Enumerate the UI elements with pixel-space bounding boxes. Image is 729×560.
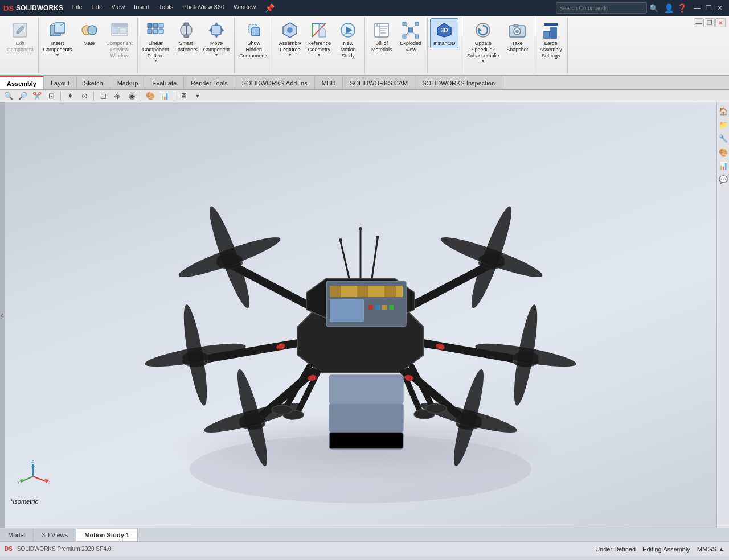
reference-geometry-dropdown[interactable]: ▼ xyxy=(317,53,321,57)
assembly-features-button[interactable]: AssemblyFeatures ▼ xyxy=(276,18,304,59)
group-edit-component-buttons: EditComponent xyxy=(5,18,36,72)
close-button[interactable]: ✕ xyxy=(714,3,726,13)
tab-solidworks-add-ins[interactable]: SOLIDWORKS Add-Ins xyxy=(235,76,315,89)
mate-button[interactable]: Mate xyxy=(75,18,104,48)
tab-assembly[interactable]: Assembly xyxy=(0,76,44,89)
menu-tools[interactable]: Tools xyxy=(154,1,178,15)
linear-component-pattern-label: LinearComponentPattern xyxy=(142,40,169,59)
cmd-select-icon[interactable]: ✂️ xyxy=(31,90,43,102)
menu-pin[interactable]: 📌 xyxy=(260,1,279,15)
component-preview-window-button[interactable]: ComponentPreviewWindow xyxy=(104,18,136,60)
cmd-search2-icon[interactable]: 🔎 xyxy=(17,90,29,102)
bottom-tab-motion-study-1[interactable]: Motion Study 1 xyxy=(76,529,138,541)
move-component-button[interactable]: MoveComponent ▼ xyxy=(201,18,232,59)
menu-edit[interactable]: Edit xyxy=(87,1,107,15)
rs-folder-icon[interactable]: 📁 xyxy=(718,119,729,130)
cmd-diamond-icon[interactable]: ◈ xyxy=(111,90,124,102)
bottom-tab-3d-views[interactable]: 3D Views xyxy=(34,529,76,541)
tab-layout[interactable]: Layout xyxy=(44,76,77,89)
insert-components-dropdown[interactable]: ▼ xyxy=(56,53,60,57)
new-motion-study-button[interactable]: NewMotionStudy xyxy=(334,18,362,60)
search-input[interactable] xyxy=(556,2,647,14)
cmd-view-icon[interactable]: ◉ xyxy=(125,90,138,102)
cmd-search-icon[interactable]: 🔍 xyxy=(2,90,15,102)
smart-fasteners-icon xyxy=(177,21,195,39)
svg-line-108 xyxy=(341,241,349,278)
ribbon-spacer xyxy=(568,17,693,73)
cmd-drop-icon[interactable]: ▼ xyxy=(191,90,204,102)
solidworks-logo: DS xyxy=(3,4,14,13)
take-snapshot-button[interactable]: TakeSnapshot xyxy=(503,18,531,55)
status-bar: DS SOLIDWORKS Premium 2020 SP4.0 Under D… xyxy=(0,541,729,556)
cmd-box-icon[interactable]: ⊡ xyxy=(45,90,58,102)
menu-window[interactable]: Window xyxy=(229,1,260,15)
rs-appearance-icon[interactable]: 🎨 xyxy=(718,146,729,158)
reference-geometry-button[interactable]: ReferenceGeometry ▼ xyxy=(305,18,333,59)
bottom-tab-model[interactable]: Model xyxy=(0,529,34,541)
tab-evaluate[interactable]: Evaluate xyxy=(145,76,184,89)
update-speedpak-button[interactable]: UpdateSpeedPakSubassemblies xyxy=(464,18,502,67)
tab-mbd[interactable]: MBD xyxy=(315,76,343,89)
search-icon[interactable]: 🔍 xyxy=(649,4,658,13)
insert-components-button[interactable]: InsertComponents ▼ xyxy=(41,18,75,59)
rs-home-icon[interactable]: 🏠 xyxy=(718,105,729,117)
linear-component-pattern-dropdown[interactable]: ▼ xyxy=(154,59,158,63)
instant3d-button[interactable]: 3D Instant3D xyxy=(430,18,458,48)
svg-rect-17 xyxy=(184,35,189,38)
svg-rect-102 xyxy=(330,299,364,322)
viewport[interactable]: X Y Z *Isometric xyxy=(5,102,716,528)
exploded-view-icon xyxy=(402,21,420,39)
user-icon[interactable]: 👤 xyxy=(664,3,674,13)
ribbon-close-button[interactable]: ✕ xyxy=(715,18,726,27)
tab-markup-label: Markup xyxy=(117,80,138,87)
status-under-defined: Under Defined xyxy=(595,546,636,553)
svg-marker-134 xyxy=(31,464,35,467)
edit-component-button[interactable]: EditComponent xyxy=(5,18,36,55)
help-icon[interactable]: ❓ xyxy=(677,3,687,13)
tab-bar: Assembly Layout Sketch Markup Evaluate R… xyxy=(0,76,729,90)
cmd-square-icon[interactable]: ◻ xyxy=(97,90,109,102)
tab-render-tools[interactable]: Render Tools xyxy=(184,76,235,89)
cmd-chart-icon[interactable]: 📊 xyxy=(158,90,171,102)
smart-fasteners-button[interactable]: SmartFasteners xyxy=(172,18,200,55)
svg-rect-38 xyxy=(380,28,387,29)
menu-view[interactable]: View xyxy=(107,1,129,15)
svg-point-121 xyxy=(426,404,447,413)
ribbon-minimize-button[interactable]: — xyxy=(694,18,704,27)
svg-point-119 xyxy=(272,405,292,414)
large-assembly-settings-button[interactable]: LargeAssemblySettings xyxy=(536,18,565,60)
minimize-button[interactable]: — xyxy=(691,3,703,13)
cmd-display-icon[interactable]: 🖥 xyxy=(177,90,190,102)
cmd-circle-icon[interactable]: ⊙ xyxy=(78,90,91,102)
cmd-color-icon[interactable]: 🎨 xyxy=(144,90,157,102)
bottom-tab-3d-views-label: 3D Views xyxy=(42,532,68,538)
tab-layout-label: Layout xyxy=(51,80,69,87)
rs-settings-icon[interactable]: 🔧 xyxy=(718,133,729,144)
rs-data-icon[interactable]: 📊 xyxy=(718,160,729,171)
svg-rect-42 xyxy=(403,22,406,26)
menu-file[interactable]: File xyxy=(68,1,87,15)
menu-photoview360[interactable]: PhotoView 360 xyxy=(178,1,229,15)
version-text: SOLIDWORKS Premium 2020 SP4.0 xyxy=(17,546,112,552)
restore-button[interactable]: ❐ xyxy=(703,3,714,13)
linear-component-pattern-button[interactable]: LinearComponentPattern ▼ xyxy=(140,18,171,65)
svg-rect-60 xyxy=(544,23,558,26)
bill-of-materials-button[interactable]: Bill ofMaterials xyxy=(367,18,396,55)
tab-solidworks-cam[interactable]: SOLIDWORKS CAM xyxy=(343,76,415,89)
exploded-view-button[interactable]: ExplodedView xyxy=(396,18,425,55)
left-panel-handle[interactable]: ⊲ xyxy=(0,102,5,528)
insert-components-icon xyxy=(48,21,67,39)
cmd-snap-icon[interactable]: ✦ xyxy=(64,90,76,102)
svg-rect-100 xyxy=(384,286,396,297)
tab-sketch[interactable]: Sketch xyxy=(77,76,110,89)
move-component-dropdown[interactable]: ▼ xyxy=(214,53,218,57)
show-hidden-components-button[interactable]: ShowHiddenComponents xyxy=(237,18,271,60)
tab-markup[interactable]: Markup xyxy=(110,76,146,89)
menu-insert[interactable]: Insert xyxy=(129,1,154,15)
svg-rect-11 xyxy=(159,23,163,28)
assembly-features-dropdown[interactable]: ▼ xyxy=(288,53,292,57)
ribbon-restore-button[interactable]: ❐ xyxy=(705,18,715,27)
rs-chat-icon[interactable]: 💬 xyxy=(718,174,729,185)
show-hidden-components-icon xyxy=(245,21,263,39)
tab-solidworks-inspection[interactable]: SOLIDWORKS Inspection xyxy=(415,76,502,89)
